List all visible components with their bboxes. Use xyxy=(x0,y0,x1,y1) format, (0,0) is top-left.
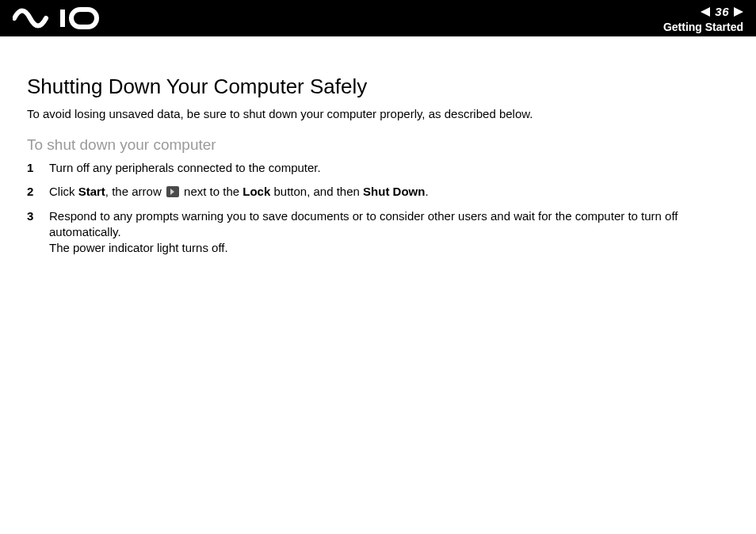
vaio-logo xyxy=(13,0,108,36)
bold-shutdown: Shut Down xyxy=(363,185,425,198)
page-title: Shutting Down Your Computer Safely xyxy=(27,74,740,99)
header-bar: 36 Getting Started xyxy=(0,0,756,36)
section-label: Getting Started xyxy=(663,21,743,33)
prev-page-icon[interactable] xyxy=(701,7,710,17)
step-number: 3 xyxy=(27,208,49,224)
bold-lock: Lock xyxy=(242,185,270,198)
page-number: 36 xyxy=(715,5,729,18)
text-line: The power indicator light turns off. xyxy=(49,241,228,254)
step-3: 3 Respond to any prompts warning you to … xyxy=(27,208,740,257)
procedure-subtitle: To shut down your computer xyxy=(27,136,740,154)
text: button, and then xyxy=(270,185,363,198)
text: , the arrow xyxy=(105,185,165,198)
step-2: 2 Click Start, the arrow next to the Loc… xyxy=(27,184,740,200)
page-nav: 36 xyxy=(701,4,743,20)
text: Click xyxy=(49,185,78,198)
arrow-button-icon xyxy=(166,186,179,197)
text-line: Respond to any prompts warning you to sa… xyxy=(49,209,678,238)
svg-rect-0 xyxy=(60,10,65,27)
step-1: 1 Turn off any peripherals connected to … xyxy=(27,160,740,176)
text: next to the xyxy=(181,185,242,198)
header-nav: 36 Getting Started xyxy=(663,0,746,36)
page-content: Shutting Down Your Computer Safely To av… xyxy=(0,36,756,256)
step-number: 2 xyxy=(27,184,49,200)
next-page-icon[interactable] xyxy=(734,7,743,17)
step-text: Turn off any peripherals connected to th… xyxy=(49,160,740,176)
steps-list: 1 Turn off any peripherals connected to … xyxy=(27,160,740,256)
step-text: Respond to any prompts warning you to sa… xyxy=(49,208,740,257)
step-text: Click Start, the arrow next to the Lock … xyxy=(49,184,740,200)
text: . xyxy=(425,185,428,198)
svg-rect-1 xyxy=(71,10,97,27)
step-number: 1 xyxy=(27,160,49,176)
intro-paragraph: To avoid losing unsaved data, be sure to… xyxy=(27,107,740,120)
bold-start: Start xyxy=(78,185,105,198)
vaio-logo-svg xyxy=(13,6,108,30)
